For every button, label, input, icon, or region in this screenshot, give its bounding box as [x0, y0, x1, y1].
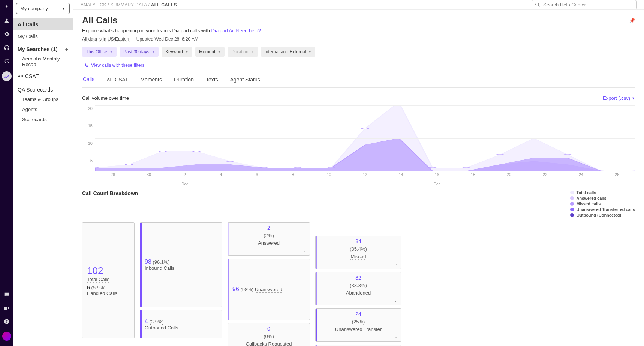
search-help[interactable] [532, 0, 637, 9]
sparkle-icon[interactable] [3, 4, 10, 11]
sidebar-qa-scorecards-sub[interactable]: Scorecards [13, 114, 73, 125]
tab-duration[interactable]: Duration [173, 72, 195, 87]
legend-item: Unanswered Transferred calls [570, 207, 635, 212]
filter-duration[interactable]: Duration▼ [228, 47, 258, 57]
timezone-link[interactable]: All data is in US/Eastern [82, 36, 130, 42]
chevron-down-icon[interactable]: ⌄ [394, 334, 397, 339]
filters: This Office▼Past 30 days▼Keyword▼Moment▼… [82, 47, 635, 57]
tab-agent-status[interactable]: Agent Status [229, 72, 261, 87]
company-label: My company [20, 6, 48, 11]
svg-point-10 [429, 167, 436, 168]
search-input[interactable] [543, 2, 633, 8]
tab-csat[interactable]: CSAT [106, 72, 129, 87]
svg-point-11 [463, 167, 469, 168]
card-unanswered-transfer[interactable]: 24(25%)Unanswered Transfer⌄ [315, 308, 401, 342]
legend-item: Answered calls [570, 196, 635, 200]
help-icon[interactable] [3, 318, 10, 325]
filter-moment[interactable]: Moment▼ [195, 47, 225, 57]
svg-point-3 [193, 151, 199, 152]
meta: All data is in US/Eastern Updated Wed De… [82, 36, 635, 42]
chart-title: Call volume over time [82, 95, 129, 101]
chevron-down-icon[interactable]: ⌄ [394, 298, 397, 303]
pin-icon[interactable]: 📌 [629, 18, 635, 23]
topbar: ANALYTICS / SUMMARY DATA / ALL CALLS [73, 0, 644, 10]
left-rail [0, 0, 13, 346]
phone-icon [84, 63, 89, 68]
svg-point-2 [159, 151, 166, 152]
legend: Total callsAnswered callsMissed callsUna… [570, 190, 635, 218]
view-calls-link[interactable]: View calls with these filters [84, 63, 635, 68]
svg-point-7 [328, 167, 334, 168]
legend-item: Missed calls [570, 202, 635, 206]
card-total-calls: 102 Total Calls 6 (5.9%) Handled Calls [82, 222, 135, 338]
dialpad-ai-link[interactable]: Dialpad Ai [211, 28, 234, 33]
filter-this-office[interactable]: This Office▼ [82, 47, 117, 57]
user-icon[interactable] [3, 17, 10, 24]
export-button[interactable]: Export (.csv)▼ [603, 95, 635, 101]
breakdown-title: Call Count Breakdown [82, 190, 138, 218]
breadcrumb: ANALYTICS / SUMMARY DATA / ALL CALLS [81, 2, 177, 8]
svg-point-1 [126, 164, 132, 165]
svg-point-6 [294, 167, 301, 168]
avatar[interactable] [2, 332, 11, 341]
card-unanswered: 96 (98%) Unanswered [228, 259, 310, 320]
need-help-link[interactable]: Need help? [236, 28, 261, 33]
card-answered[interactable]: 2(2%)Answered⌄ [228, 222, 310, 256]
card-abandoned[interactable]: 32(33.3%)Abandoned⌄ [315, 272, 401, 305]
sidebar: My company ▼ All Calls My Calls My Searc… [13, 0, 73, 346]
chat-icon[interactable] [3, 291, 10, 298]
page-title: All Calls [82, 15, 118, 26]
legend-item: Total calls [570, 190, 635, 195]
sidebar-qa-teams[interactable]: Teams & Groups [13, 94, 73, 104]
search-icon [535, 2, 540, 8]
history-icon[interactable] [3, 58, 10, 65]
breakdown: 102 Total Calls 6 (5.9%) Handled Calls 9… [82, 222, 635, 346]
sidebar-search-item[interactable]: Aerolabs Monthly Recap [13, 54, 73, 69]
chevron-down-icon[interactable]: ⌄ [394, 262, 397, 266]
tab-texts[interactable]: Texts [205, 72, 219, 87]
filter-past-30-days[interactable]: Past 30 days▼ [120, 47, 159, 57]
svg-point-0 [95, 167, 99, 168]
sidebar-item-my-calls[interactable]: My Calls [13, 30, 73, 42]
plus-icon[interactable]: + [65, 46, 68, 52]
main: ANALYTICS / SUMMARY DATA / ALL CALLS All… [73, 0, 644, 346]
video-icon[interactable] [3, 305, 10, 311]
tab-moments[interactable]: Moments [139, 72, 163, 87]
headset-icon[interactable] [3, 44, 10, 51]
svg-point-5 [261, 167, 267, 168]
card-outbound: 4 (3.9%) Outbound Calls [140, 310, 222, 338]
company-select[interactable]: My company ▼ [16, 3, 70, 14]
ai-csat-icon [18, 74, 23, 78]
filter-internal-and-external[interactable]: Internal and External▼ [261, 47, 316, 57]
gear-icon[interactable] [3, 31, 10, 38]
svg-point-8 [362, 128, 368, 129]
chart: 2015105 28302Dec46810121416Dec1820222426 [82, 105, 635, 181]
sidebar-qa-scorecards[interactable]: QA Scorecards [13, 83, 73, 94]
chevron-down-icon[interactable]: ⌄ [303, 248, 306, 253]
analytics-icon[interactable] [2, 71, 12, 81]
svg-point-4 [227, 161, 233, 162]
y-axis: 2015105 [82, 105, 95, 171]
subtitle: Explore what's happening on your team's … [82, 28, 635, 33]
tabs: CallsCSATMomentsDurationTextsAgent Statu… [82, 72, 635, 88]
sidebar-qa-agents[interactable]: Agents [13, 104, 73, 114]
sidebar-item-all-calls[interactable]: All Calls [13, 18, 73, 30]
legend-item: Outbound (Connected) [570, 213, 635, 217]
sidebar-my-searches[interactable]: My Searches (1) + [13, 42, 73, 54]
sidebar-csat[interactable]: CSAT [13, 69, 73, 83]
plot-area [95, 105, 635, 171]
card-callbacks-requested[interactable]: 0(0%)Callbacks Requested⌄ [228, 323, 310, 346]
chevron-down-icon: ▼ [62, 6, 66, 11]
filter-keyword[interactable]: Keyword▼ [162, 47, 192, 57]
tab-calls[interactable]: Calls [82, 72, 95, 87]
card-missed[interactable]: 34(35.4%)Missed⌄ [315, 236, 401, 269]
updated-text: Updated Wed Dec 28, 6:20 AM [136, 36, 198, 42]
card-inbound: 98 (96.1%) Inbound Calls [140, 222, 222, 307]
x-axis: 28302Dec46810121416Dec1820222426 [95, 172, 635, 181]
